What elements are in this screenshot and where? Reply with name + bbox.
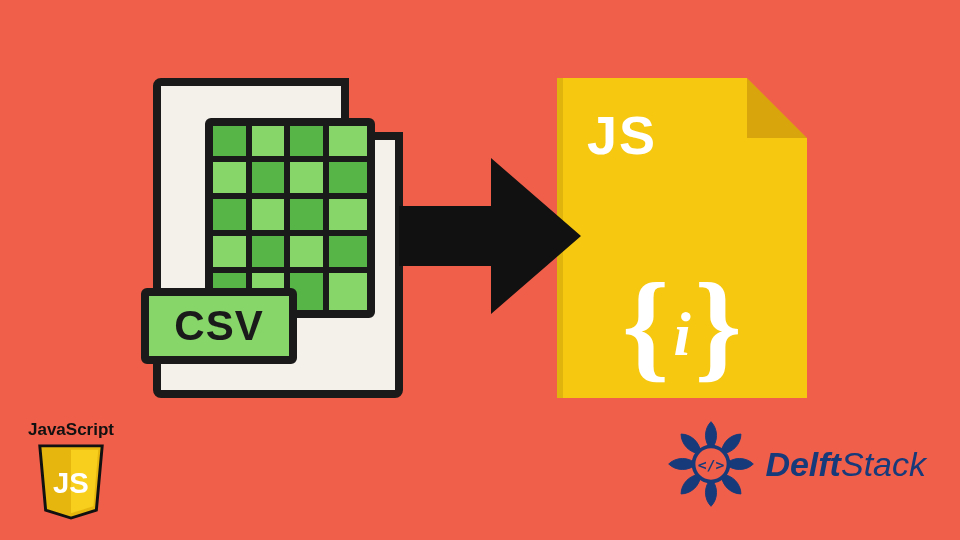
js-file-label: JS bbox=[587, 104, 657, 166]
curly-braces-icon: { i } bbox=[622, 278, 742, 374]
svg-text:</>: </> bbox=[698, 456, 725, 473]
brace-right: } bbox=[695, 278, 742, 374]
csv-badge: CSV bbox=[141, 288, 297, 364]
javascript-logo: JavaScript JS bbox=[28, 420, 114, 520]
brace-left: { bbox=[622, 278, 669, 374]
right-arrow-icon bbox=[391, 136, 591, 340]
csv-badge-label: CSV bbox=[174, 302, 263, 350]
brand-text-first: Delft bbox=[765, 445, 841, 483]
brand-text: DelftStack bbox=[765, 445, 926, 484]
conversion-diagram: CSV JS { i } bbox=[153, 78, 807, 398]
js-file-icon: JS { i } bbox=[557, 78, 807, 398]
mandala-icon: </> bbox=[665, 418, 757, 510]
js-shield-icon: JS bbox=[35, 442, 107, 520]
csv-file-icon: CSV bbox=[153, 78, 403, 398]
brand-text-second: Stack bbox=[841, 445, 926, 483]
shield-monogram: JS bbox=[53, 467, 89, 499]
javascript-logo-label: JavaScript bbox=[28, 420, 114, 440]
page-fold bbox=[747, 78, 807, 138]
semicolon-glyph: i bbox=[673, 310, 690, 360]
svg-marker-0 bbox=[399, 158, 581, 314]
delftstack-brand: </> DelftStack bbox=[665, 418, 926, 510]
